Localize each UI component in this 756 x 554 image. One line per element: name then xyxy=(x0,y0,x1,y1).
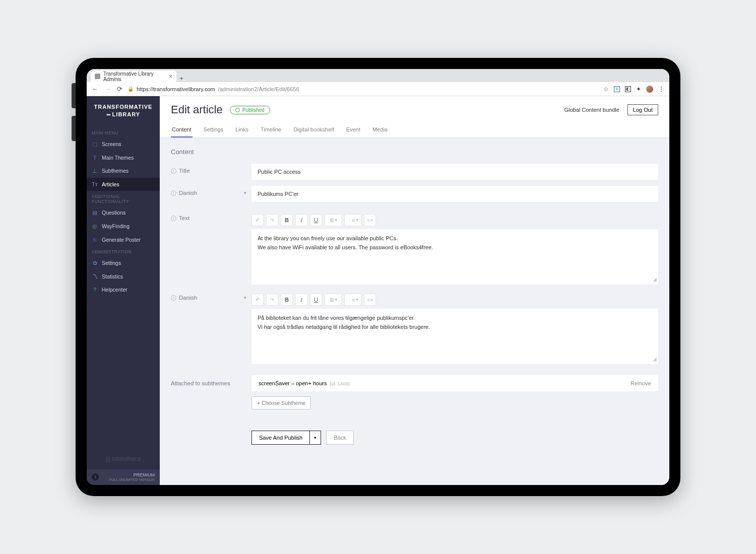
info-icon[interactable]: i xyxy=(171,168,176,174)
forward-icon[interactable]: → xyxy=(104,85,111,93)
sidebar-section-title: MAIN MENU xyxy=(87,127,160,137)
redo-button[interactable]: ↷ xyxy=(266,294,278,306)
tablet-button xyxy=(72,83,76,108)
page-title: Edit article xyxy=(171,103,223,116)
gear-icon: ✿ xyxy=(92,260,98,266)
sidebar: TRANSFORMATIVE ▪▪▪ LIBRARY MAIN MENU ▢Sc… xyxy=(87,96,160,485)
label-danish-title[interactable]: iDanish▾ xyxy=(171,186,251,196)
text-line: We also have WiFi available to all users… xyxy=(258,243,652,252)
form-body: Content iTitle iDanish▾ iText ↶ xyxy=(160,138,669,465)
extension-icon[interactable]: S xyxy=(614,86,620,92)
stats-icon: 〽 xyxy=(92,273,98,280)
tab-settings[interactable]: Settings xyxy=(203,123,225,137)
code-button[interactable]: <> xyxy=(364,294,376,306)
tabs-bar: Transformative Library Adminis × + xyxy=(87,69,669,82)
unordered-list-button[interactable]: ⋮≡ ▾ xyxy=(344,294,361,306)
tab-event[interactable]: Event xyxy=(345,123,361,137)
danish-title-input[interactable] xyxy=(251,186,658,202)
chevron-down-icon: ▾ xyxy=(244,190,251,195)
sidebar-item-subthemes[interactable]: ⊥Subthemes xyxy=(87,164,160,178)
browser-chrome: Transformative Library Adminis × + ← → ⟳… xyxy=(87,69,669,96)
bundle-label: Global Content bundle xyxy=(564,107,619,113)
tab-timeline[interactable]: Timeline xyxy=(260,123,282,137)
tablet-button xyxy=(72,116,76,141)
remove-button[interactable]: Remove xyxy=(631,380,651,386)
questions-icon: ▤ xyxy=(92,210,98,216)
sidebar-item-wayfinding[interactable]: ◎WayFinding xyxy=(87,220,160,233)
sidebar-item-label: Main Themes xyxy=(102,155,134,161)
bold-button[interactable]: B xyxy=(281,294,293,306)
sidebar-item-label: Subthemes xyxy=(102,168,129,174)
undo-button[interactable]: ↶ xyxy=(251,294,264,306)
brand-line1: TRANSFORMATIVE xyxy=(91,103,156,111)
redo-button[interactable]: ↷ xyxy=(266,214,278,226)
extension-icon[interactable]: ◧ xyxy=(625,86,631,92)
back-icon[interactable]: ← xyxy=(92,85,98,93)
text-line: På biblioteket kan du frit låne vores ti… xyxy=(258,314,652,323)
label-danish-text[interactable]: iDanish▾ xyxy=(171,291,251,301)
danish-text-editor[interactable]: På biblioteket kan du frit låne vores ti… xyxy=(251,309,658,364)
close-icon[interactable]: × xyxy=(169,73,172,80)
resize-handle-icon[interactable]: ◢ xyxy=(653,275,657,284)
sidebar-item-helpcenter[interactable]: ?Helpcenter xyxy=(87,283,160,296)
themes-icon: T xyxy=(92,155,98,161)
editor-toolbar: ↶ ↷ B I U ≣ ▾ ⋮≡ ▾ <> xyxy=(251,211,658,229)
tab-content[interactable]: Content xyxy=(171,123,193,137)
label-title: iTitle xyxy=(171,164,251,174)
back-button[interactable]: Back xyxy=(326,431,353,445)
ordered-list-button[interactable]: ≣ ▾ xyxy=(325,214,342,226)
menu-icon[interactable]: ⋮ xyxy=(658,86,664,93)
tab-title: Transformative Library Adminis xyxy=(103,71,166,82)
sidebar-item-main-themes[interactable]: TMain Themes xyxy=(87,151,160,164)
lock-icon: 🔒 xyxy=(128,86,134,92)
text-editor[interactable]: At the library you can freely use our av… xyxy=(251,229,658,285)
profile-avatar[interactable] xyxy=(646,86,653,93)
address-bar: ← → ⟳ 🔒 https://transformativelibrary.co… xyxy=(87,82,669,96)
italic-button[interactable]: I xyxy=(295,294,307,306)
info-icon[interactable]: i xyxy=(92,473,99,480)
sidebar-item-articles[interactable]: TтArticles xyxy=(87,178,160,191)
premium-badge: i PREMIUM FULL UNLIMITED VERSION xyxy=(87,469,160,485)
browser-tab[interactable]: Transformative Library Adminis × xyxy=(91,71,176,82)
save-dropdown-button[interactable]: ▾ xyxy=(310,431,321,445)
sidebar-section-title: ADDITIONAL FUNCTIONALITY xyxy=(87,191,160,206)
italic-button[interactable]: I xyxy=(295,214,307,226)
resize-handle-icon[interactable]: ◢ xyxy=(653,355,657,363)
code-button[interactable]: <> xyxy=(364,214,376,226)
info-icon[interactable]: i xyxy=(171,190,176,196)
logout-button[interactable]: Log Out xyxy=(627,104,658,115)
eye-icon xyxy=(235,108,240,112)
sidebar-item-screens[interactable]: ▢Screens xyxy=(87,137,160,151)
info-icon[interactable]: i xyxy=(171,216,176,221)
reload-icon[interactable]: ⟳ xyxy=(117,85,122,93)
page-header: Edit article Published Global Content bu… xyxy=(160,96,669,138)
tab-media[interactable]: Media xyxy=(371,123,389,137)
undo-button[interactable]: ↶ xyxy=(251,214,264,226)
tab-links[interactable]: Links xyxy=(234,123,249,137)
save-button[interactable]: Save And Publish xyxy=(251,431,310,445)
premium-sub: FULL UNLIMITED VERSION xyxy=(109,478,155,482)
bold-button[interactable]: B xyxy=(281,214,293,226)
underline-button[interactable]: U xyxy=(310,294,322,306)
sidebar-item-generate-poster[interactable]: ⎘Generate Poster xyxy=(87,233,160,246)
choose-subtheme-button[interactable]: + Choose Subtheme xyxy=(251,396,311,409)
sidebar-item-statistics[interactable]: 〽Statistics xyxy=(87,270,160,283)
extensions-icon[interactable]: ✦ xyxy=(636,86,641,93)
brand-logo: TRANSFORMATIVE ▪▪▪ LIBRARY xyxy=(87,96,160,127)
tab-digital-bookshelf[interactable]: Digital bookshelf xyxy=(292,123,335,137)
ordered-list-button[interactable]: ≣ ▾ xyxy=(325,294,342,306)
articles-icon: Tт xyxy=(92,181,98,187)
url-path: /administration2/Article/Edit/6656 xyxy=(218,86,299,92)
info-icon[interactable]: i xyxy=(171,295,176,301)
sidebar-item-settings[interactable]: ✿Settings xyxy=(87,256,160,270)
url-display[interactable]: 🔒 https://transformativelibrary.com/admi… xyxy=(128,86,299,92)
help-icon: ? xyxy=(92,287,98,293)
sidebar-item-questions[interactable]: ▤Questions xyxy=(87,206,160,220)
new-tab-button[interactable]: + xyxy=(176,75,186,82)
subtheme-row: screenSaver – open+ hours [id: 1408] Rem… xyxy=(251,375,658,391)
title-input[interactable] xyxy=(251,164,658,180)
underline-button[interactable]: U xyxy=(310,214,322,226)
star-icon[interactable]: ☆ xyxy=(603,86,609,93)
unordered-list-button[interactable]: ⋮≡ ▾ xyxy=(344,214,361,226)
poster-icon: ⎘ xyxy=(92,237,98,243)
